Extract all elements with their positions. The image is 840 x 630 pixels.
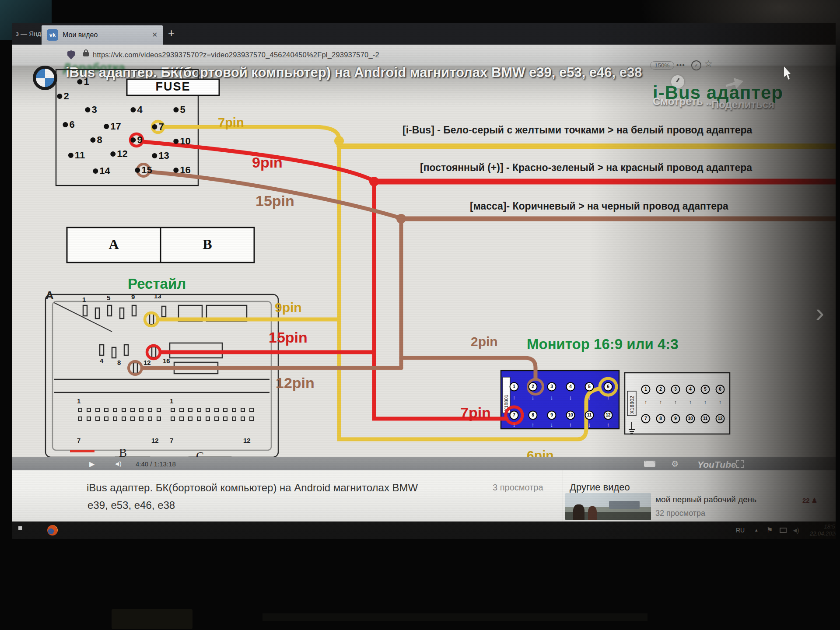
tray-window-icon[interactable] [780, 528, 787, 533]
pin-label-12pin-bottom: 12pin [276, 374, 315, 392]
fullscreen-icon[interactable] [736, 460, 744, 468]
top-connector-pin: 7 [152, 121, 164, 133]
pin-arrow: ↓ [513, 421, 516, 428]
slot-number: 9 [131, 293, 135, 301]
pin-label-15pin: 15pin [256, 192, 294, 210]
legend-constant-plus-wire: [постоянный (+)] - Красно-зеленый > на к… [420, 162, 752, 174]
next-video-arrow[interactable]: › [816, 298, 824, 328]
video-title-line2[interactable]: e39, e53, e46, e38 [88, 499, 175, 511]
top-connector-pin: 15 [135, 164, 152, 176]
pin-arrow: ↑ [659, 399, 662, 405]
thumbnail-figure [573, 504, 584, 520]
view-count: 3 просмотра [493, 483, 543, 493]
pin-arrow: ↑ [513, 394, 516, 401]
clock-date-display[interactable]: 18:57 22.04.2020 [805, 523, 836, 537]
likes-badge[interactable]: 22 ♟ [802, 497, 817, 504]
top-connector-pin: 9 [130, 134, 142, 146]
play-button[interactable]: ▶ [89, 460, 94, 468]
top-connector-pin: 13 [152, 150, 169, 161]
pin-arrow: ↑ [644, 399, 648, 405]
settings-gear-icon[interactable]: ⚙ [671, 459, 679, 469]
monitor-title-label: Монитор 16:9 или 4:3 [527, 336, 679, 353]
callout-a-label: A [46, 289, 54, 302]
desk-reflection [262, 613, 648, 621]
top-connector-pin: 2 [57, 91, 69, 102]
slot-number: 12 [144, 359, 151, 366]
white-connector-pin: 1 [641, 385, 651, 394]
volume-icon[interactable]: ◄) [114, 460, 121, 467]
pin-label-15pin-bottom: 15pin [269, 329, 308, 346]
pin-arrow: ↑ [689, 399, 692, 405]
white-connector-pin: 4 [686, 385, 695, 394]
pin-label-2pin: 2pin [471, 334, 498, 349]
tray-volume-icon[interactable]: ◄) [792, 527, 798, 534]
top-connector-pin: 5 [173, 104, 185, 116]
blue-connector-pin: 1 [510, 382, 519, 392]
pin-arrow: ↓ [569, 394, 572, 401]
legend-ground-wire: [масса]- Коричневый > на черный провод а… [470, 200, 728, 212]
video-progress-bar[interactable] [70, 450, 94, 452]
player-controls-bar: ▶ ◄) 4:40 / 1:13:18 ⚙ YouTube [12, 457, 836, 470]
video-title-line1[interactable]: iBus адаптер. БК(бортовой компьютер) на … [87, 482, 418, 494]
time-display: 4:40 / 1:13:18 [136, 460, 176, 468]
section-divider [563, 470, 563, 522]
top-connector-pin: 16 [173, 164, 190, 176]
related-video-views: 32 просмотра [655, 509, 705, 518]
group-number: 7 [170, 437, 173, 444]
slot-number: 8 [117, 359, 121, 366]
pin-label-7pin-monitor: 7pin [460, 404, 491, 421]
pin-arrow: ↑ [674, 399, 677, 405]
top-connector-pin: 10 [173, 136, 190, 147]
language-indicator[interactable]: RU [736, 527, 745, 534]
white-connector-pin: 12 [716, 414, 725, 424]
blue-connector-pin: 9 [547, 411, 556, 420]
white-connector-pin: 11 [701, 414, 710, 424]
group-number: 12 [151, 437, 159, 444]
firefox-taskbar-icon[interactable] [47, 525, 58, 536]
pin-arrow: ↑ [532, 421, 535, 428]
other-videos-heading: Другие видео [570, 482, 630, 493]
pin-label-7pin: 7pin [218, 116, 244, 130]
white-connector-pin: 8 [656, 414, 665, 424]
restyle-label: Рестайл [128, 276, 186, 292]
blue-connector-pin: 10 [566, 411, 575, 420]
top-connector-pin: 1 [77, 76, 89, 88]
block-a-label: A [67, 236, 161, 252]
pin-arrow: ↓ [550, 421, 553, 428]
blue-connector-pin: 11 [585, 411, 594, 420]
thumbnail-machine [609, 501, 640, 509]
blue-connector-pin: 3 [547, 382, 556, 392]
start-button-icon[interactable] [18, 526, 26, 534]
slot-number: 4 [100, 357, 103, 364]
blue-connector-pin: 12 [604, 411, 613, 420]
white-connector-pin: 5 [701, 385, 710, 394]
pin-arrow: ↓ [588, 394, 591, 401]
windows-taskbar: RU ▴ ⚑ ◄) 18:57 22.04.2020 [12, 522, 836, 539]
group-number: 1 [170, 397, 173, 405]
pin-arrow: ↑ [569, 421, 572, 428]
related-video-title[interactable]: мой первый рабочий день [655, 495, 756, 504]
top-connector-pin: 17 [104, 121, 121, 132]
related-video-thumbnail[interactable] [565, 493, 651, 520]
fuse-label: FUSE [127, 80, 219, 94]
monitor-screen: з — Янд ✕ vk Мои видео ✕ + https://vk.co… [12, 23, 836, 539]
subtitles-keyboard-icon[interactable] [644, 461, 655, 467]
tray-expand-icon[interactable]: ▴ [755, 527, 758, 533]
group-number: 1 [77, 397, 80, 405]
pin-label-9pin-bottom: 9pin [275, 300, 302, 315]
pin-arrow: ↓ [588, 421, 591, 428]
white-connector-pin: 3 [671, 385, 680, 394]
slot-number: 1 [82, 296, 86, 303]
pin-arrow: ↑ [719, 399, 722, 405]
action-center-flag-icon[interactable]: ⚑ [766, 526, 773, 534]
white-connector-pin: 2 [656, 385, 665, 394]
slot-number: 16 [163, 357, 170, 364]
tray-time: 18:57 [824, 523, 836, 530]
pin-arrow: ↓ [550, 394, 553, 401]
pin-square-grid [78, 408, 162, 422]
youtube-logo[interactable]: YouTube [697, 459, 736, 470]
top-connector-pin: 14 [93, 165, 110, 177]
slot-number: 5 [107, 294, 110, 301]
blue-connector-pin: 7 [510, 411, 519, 420]
thumbnail-figure [588, 506, 597, 520]
